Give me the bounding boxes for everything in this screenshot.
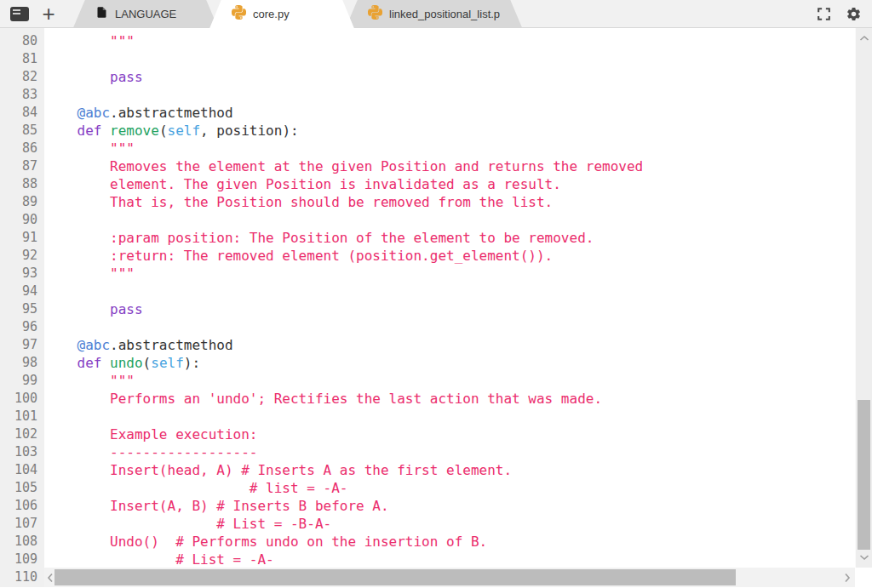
line-number: 108: [0, 533, 44, 551]
gear-icon[interactable]: [846, 6, 862, 22]
code-lines: """ pass @abc.abstractmethod def remove(…: [44, 32, 855, 586]
gutter: 8081828384858687888990919293949596979899…: [0, 28, 44, 587]
code-line[interactable]: """: [44, 140, 855, 157]
line-number: 86: [0, 140, 44, 157]
tab-label: linked_positional_list.p: [389, 8, 500, 20]
editor: 8081828384858687888990919293949596979899…: [0, 28, 872, 587]
code-line[interactable]: ------------------: [44, 443, 855, 461]
line-number: 89: [0, 193, 44, 211]
code-line[interactable]: # List = -A-: [44, 551, 855, 568]
line-number: 95: [0, 300, 44, 318]
line-number: 88: [0, 175, 44, 193]
code-line[interactable]: def undo(self):: [44, 354, 855, 372]
line-number: 93: [0, 265, 44, 283]
line-number: 91: [0, 229, 44, 247]
line-number: 107: [0, 515, 44, 533]
python-icon: [232, 5, 246, 23]
line-number: 100: [0, 390, 44, 408]
vertical-scrollbar[interactable]: [855, 28, 872, 568]
tab-linked-positional-list[interactable]: linked_positional_list.p: [346, 0, 522, 28]
line-number: 103: [0, 443, 44, 461]
code-line[interactable]: Insert(A, B) # Inserts B before A.: [44, 497, 855, 515]
new-tab-button[interactable]: +: [36, 1, 61, 26]
code-line[interactable]: [44, 211, 855, 229]
line-number: 101: [0, 408, 44, 425]
line-number: 102: [0, 425, 44, 443]
tab-strip: LANGUAGE core.py linked_positional_list.…: [73, 0, 513, 28]
document-icon: [95, 5, 108, 23]
code-line[interactable]: That is, the Position should be removed …: [44, 193, 855, 211]
code-line[interactable]: [44, 50, 855, 68]
line-number: 90: [0, 211, 44, 229]
line-number: 82: [0, 68, 44, 86]
vertical-scrollbar-thumb[interactable]: [858, 400, 870, 550]
code-line[interactable]: """: [44, 265, 855, 283]
line-number: 87: [0, 157, 44, 175]
files-menu-icon[interactable]: [10, 7, 29, 21]
chevron-right-icon[interactable]: [841, 568, 853, 587]
code-line[interactable]: """: [44, 32, 855, 50]
fullscreen-icon[interactable]: [816, 6, 832, 22]
tab-language[interactable]: LANGUAGE: [73, 0, 218, 28]
line-number: 110: [0, 568, 44, 586]
code-line[interactable]: Removes the element at the given Positio…: [44, 157, 855, 175]
code-area[interactable]: """ pass @abc.abstractmethod def remove(…: [44, 28, 855, 587]
code-line[interactable]: # List = -B-A-: [44, 515, 855, 533]
line-number: 109: [0, 551, 44, 568]
line-number: 99: [0, 372, 44, 390]
line-number: 83: [0, 86, 44, 104]
code-line[interactable]: def remove(self, position):: [44, 122, 855, 140]
tab-label: LANGUAGE: [115, 8, 176, 20]
code-line[interactable]: [44, 408, 855, 425]
tab-core-py[interactable]: core.py: [209, 0, 354, 29]
python-icon: [368, 5, 382, 23]
line-number: 94: [0, 283, 44, 300]
line-number: 85: [0, 122, 44, 140]
code-line[interactable]: [44, 86, 855, 104]
horizontal-scrollbar-thumb[interactable]: [54, 569, 736, 585]
code-line[interactable]: @abc.abstractmethod: [44, 336, 855, 354]
code-line[interactable]: Insert(head, A) # Inserts A as the first…: [44, 461, 855, 479]
chevron-up-icon[interactable]: [856, 31, 872, 45]
titlebar: + LANGUAGE core.py: [0, 0, 872, 28]
line-number: 80: [0, 32, 44, 50]
tab-label: core.py: [253, 8, 290, 20]
chevron-down-icon[interactable]: [856, 551, 872, 564]
code-line[interactable]: pass: [44, 300, 855, 318]
code-line[interactable]: [44, 318, 855, 336]
line-number: 84: [0, 104, 44, 122]
code-line[interactable]: @abc.abstractmethod: [44, 104, 855, 122]
code-line[interactable]: """: [44, 372, 855, 390]
code-line[interactable]: :return: The removed element (position.g…: [44, 247, 855, 265]
code-line[interactable]: :param position: The Position of the ele…: [44, 229, 855, 247]
code-line[interactable]: Performs an 'undo'; Rectifies the last a…: [44, 390, 855, 408]
code-line[interactable]: [44, 283, 855, 300]
code-line[interactable]: pass: [44, 68, 855, 86]
line-number: 97: [0, 336, 44, 354]
line-number: 104: [0, 461, 44, 479]
code-line[interactable]: # list = -A-: [44, 479, 855, 497]
code-line[interactable]: Undo() # Performs undo on the insertion …: [44, 533, 855, 551]
line-number: 105: [0, 479, 44, 497]
line-number: 98: [0, 354, 44, 372]
code-line[interactable]: element. The given Position is invalidat…: [44, 175, 855, 193]
line-number: 92: [0, 247, 44, 265]
line-number: 96: [0, 318, 44, 336]
horizontal-scrollbar[interactable]: [44, 568, 855, 587]
line-number: 81: [0, 50, 44, 68]
line-number: 106: [0, 497, 44, 515]
code-line[interactable]: Example execution:: [44, 425, 855, 443]
